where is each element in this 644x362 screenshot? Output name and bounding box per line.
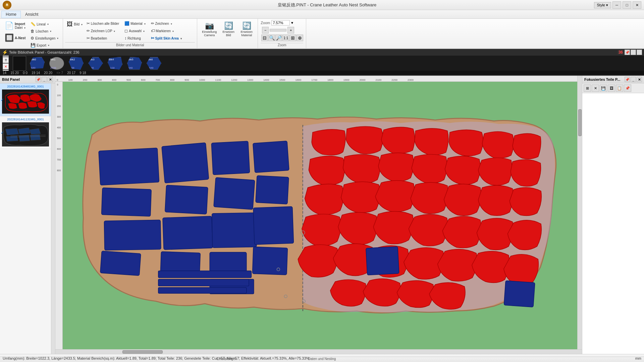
app-logo: 皇	[3, 1, 11, 9]
import-datei-button[interactable]: 📄 Import Datei ▾	[3, 20, 28, 32]
a-nest-button[interactable]: 🔲 A-Nest	[3, 32, 28, 44]
svg-rect-15	[212, 213, 257, 248]
bild-panel-scrollbar[interactable]	[51, 83, 55, 354]
svg-rect-5	[99, 148, 159, 185]
zoom-in-button[interactable]: 🔍	[268, 35, 275, 41]
titlebar: 皇 皇铭反德.PINT - Crane Leather Auto Nest So…	[0, 0, 644, 10]
part-blk5[interactable]: Blk5 3/40	[126, 57, 143, 70]
svg-rect-7	[104, 220, 161, 250]
right-panel-close[interactable]: ✕	[637, 77, 642, 82]
part-blk0[interactable]: Blk0 5/40	[29, 57, 46, 70]
bild-panel-title: Bild Panel	[2, 77, 20, 81]
bearbeiten-button[interactable]: ✂Bearbeiten	[85, 35, 121, 42]
canvas-vertical-scrollbar[interactable]	[577, 76, 582, 349]
zoom-input[interactable]	[271, 20, 290, 25]
svg-rect-23	[253, 206, 294, 245]
zoom-minus-button[interactable]: −	[262, 27, 269, 34]
export-button[interactable]: 💾Export▾	[29, 42, 60, 49]
einstellungen-button[interactable]: ⚙Einstellungen▾	[29, 35, 60, 42]
right-panel-header: Fokusiertes Teile P... 📌 _ ✕	[582, 76, 644, 83]
auswahl-button[interactable]: ◻Auswahl ▾	[123, 27, 147, 34]
part-blk6[interactable]: Blk6 13/40	[146, 57, 162, 70]
bild-panel-close[interactable]: ✕	[48, 77, 53, 82]
svg-rect-27	[504, 281, 535, 307]
part-blk1[interactable]: Blk1 20/20	[48, 57, 65, 70]
canvas-horizontal-scrollbar[interactable]	[55, 349, 582, 354]
rp-grid-button[interactable]: ⊞	[584, 84, 591, 92]
zoom-extent-button[interactable]: ⊞	[289, 35, 296, 41]
ribbon-group-einstellungen: 📷 EinstellungCamera 🔄 ErsetzenBild 🔄 Ers…	[197, 19, 258, 48]
svg-rect-26	[366, 246, 399, 275]
material-button[interactable]: 🟦Material ▾	[123, 20, 147, 27]
rp-save-button[interactable]: 💾	[600, 84, 607, 92]
right-panel-content	[582, 93, 644, 354]
maximize-button[interactable]: □	[623, 1, 631, 9]
svg-rect-20	[158, 288, 247, 294]
zoom-out-button[interactable]: 🔎	[275, 35, 282, 41]
style-button[interactable]: Style ▾	[594, 2, 611, 8]
markieren-button[interactable]: 🏷Markieren ▾	[149, 27, 183, 34]
svg-rect-11	[163, 216, 213, 250]
split-skin-area-button[interactable]: ✂Split Skin Area ▾	[149, 35, 183, 42]
parts-library-minimize-button[interactable]: _	[631, 50, 636, 55]
bild-item-2[interactable]: ✓ 20228161441131MG_0001	[0, 116, 51, 149]
right-panel-min[interactable]: _	[631, 77, 636, 82]
einstellung-camera-button[interactable]: 📷 EinstellungCamera	[200, 20, 219, 38]
parts-library-close-button[interactable]: ✕	[637, 50, 642, 55]
main-canvas[interactable]	[63, 82, 577, 349]
parts-library-header: ⚡ Teile Bibliothek Panel - Gesamtanzahl:…	[0, 49, 644, 56]
right-panel-title: Fokusiertes Teile P...	[584, 77, 620, 81]
window-title: 皇铭反德.PINT - Crane Leather Auto Nest Soft…	[13, 2, 641, 8]
lineal-button[interactable]: 📏Lineal▾	[29, 21, 60, 27]
parts-library-panel: ⚡ Teile Bibliothek Panel - Gesamtanzahl:…	[0, 49, 644, 76]
zoom-dropdown-icon[interactable]: ▾	[291, 20, 293, 25]
tool-select[interactable]: ↖	[3, 56, 9, 57]
parts-library-pin-button[interactable]: 📌	[625, 50, 630, 55]
svg-rect-14	[214, 177, 255, 209]
minimize-button[interactable]: ─	[612, 1, 621, 9]
bild-button[interactable]: 🖼 Bild ▾	[65, 20, 84, 29]
loschen-button[interactable]: 🗑Löschen▾	[29, 28, 60, 35]
bild-item-1[interactable]: ✓ 20228161428481MG_0001	[0, 83, 51, 116]
svg-rect-8	[100, 251, 141, 276]
tool-remove[interactable]: ✕	[3, 63, 9, 69]
rp-copy-button[interactable]: 📋	[616, 84, 623, 92]
part-blk2[interactable]: Blk2 5/38	[68, 57, 85, 70]
ersetzen-material-button[interactable]: 🔄 ErsetzenMaterial	[238, 20, 255, 38]
zeichnen-button[interactable]: ✏Zeichnen ▾	[149, 20, 183, 27]
zoom-1-button[interactable]: 1:1	[282, 35, 289, 41]
ribbon-group-bilder: 🖼 Bild ▾ ✂Löschen alle Bilder ✏Zeichnen …	[63, 19, 197, 48]
loschen-alle-bilder-button[interactable]: ✂Löschen alle Bilder	[85, 20, 121, 27]
bild-thumb-1	[2, 89, 49, 114]
parts-library-content: ↖ ☰ ✕ 1/1 Blk0 5/40 Blk1 20/20 Blk2 5/38	[0, 56, 644, 71]
rp-close-button[interactable]: ✕	[592, 84, 599, 92]
menu-ansicht[interactable]: Ansicht	[21, 11, 43, 18]
rp-image-button[interactable]: 🖼	[608, 84, 615, 92]
right-panel: Fokusiertes Teile P... 📌 _ ✕ ⊞ ✕ 💾 🖼 📋 📌	[582, 76, 644, 354]
svg-rect-21	[253, 141, 289, 173]
bild-name-2: 20228161441131MG_0001	[1, 118, 50, 121]
part-blk3[interactable]: Blk3 0/40	[87, 57, 104, 70]
zeichnen-lop-button[interactable]: ✏Zeichnen LOP ▾	[85, 27, 121, 34]
menu-home[interactable]: Home	[1, 11, 21, 18]
zoom-plus-button[interactable]: +	[287, 27, 294, 34]
canvas-area[interactable]: 0100200300400500600700800900100011001200…	[55, 76, 582, 354]
bild-panel-controls: 📌 _ ✕	[36, 77, 53, 82]
close-button[interactable]: ✕	[633, 1, 641, 9]
zoom-area-button[interactable]: ⊕	[297, 35, 303, 41]
richtung-button[interactable]: ↕Richtung	[123, 35, 147, 42]
ersetzen-bild-button[interactable]: 🔄 ErsetzenBild	[220, 20, 237, 38]
parts-numbers-row: 14 15 20 0 0 19 14 20 20 => 7 20 17 9 18	[0, 71, 644, 75]
svg-rect-6	[101, 188, 151, 216]
bild-panel-pin[interactable]: 📌	[36, 77, 41, 82]
svg-rect-18	[158, 271, 252, 278]
main-content: Bild Panel 📌 _ ✕ ✓ 20228161428481MG_0001	[0, 76, 644, 354]
bild-panel-min[interactable]: _	[42, 77, 47, 82]
zoom-fit-button[interactable]: ⊟	[261, 35, 268, 41]
tool-list[interactable]: ☰	[3, 57, 9, 63]
right-panel-pin[interactable]: 📌	[625, 77, 630, 82]
rp-paste-button[interactable]: 📌	[624, 84, 631, 92]
part-blk4[interactable]: Blk4 11/18	[107, 57, 123, 70]
check-mark-2: ✓	[1, 130, 4, 135]
svg-rect-13	[211, 141, 250, 175]
